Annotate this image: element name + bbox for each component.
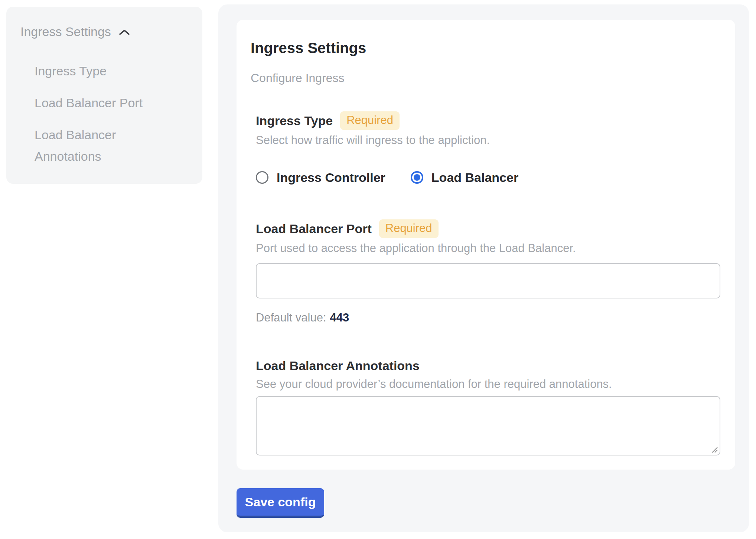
- radio-label-load-balancer[interactable]: Load Balancer: [431, 169, 518, 186]
- default-value: 443: [330, 311, 349, 324]
- sidebar-item-load-balancer-port[interactable]: Load Balancer Port: [35, 92, 157, 114]
- sidebar-items: Ingress Type Load Balancer Port Load Bal…: [20, 60, 188, 167]
- radio-label-ingress-controller[interactable]: Ingress Controller: [277, 169, 385, 186]
- default-value-row: Default value:443: [256, 310, 720, 325]
- load-balancer-annotations-textarea[interactable]: [256, 396, 720, 455]
- radio-button-load-balancer[interactable]: [411, 171, 423, 184]
- load-balancer-annotations-label: Load Balancer Annotations: [256, 357, 420, 374]
- default-value-label: Default value:: [256, 311, 326, 324]
- load-balancer-annotations-description: See your cloud provider’s documentation …: [256, 377, 720, 392]
- radio-button-ingress-controller[interactable]: [256, 171, 268, 184]
- section-ingress-type: Ingress Type Required Select how traffic…: [256, 111, 720, 186]
- main-panel: Ingress Settings Configure Ingress Ingre…: [218, 4, 749, 532]
- settings-sidebar: Ingress Settings Ingress Type Load Balan…: [6, 7, 202, 184]
- save-config-button[interactable]: Save config: [237, 488, 324, 518]
- sidebar-section-ingress-settings[interactable]: Ingress Settings: [20, 23, 188, 40]
- radio-option-ingress-controller[interactable]: Ingress Controller: [256, 169, 385, 186]
- sidebar-section-label: Ingress Settings: [20, 23, 111, 40]
- ingress-type-radio-group: Ingress Controller Load Balancer: [256, 169, 720, 186]
- required-badge: Required: [379, 219, 439, 238]
- radio-option-load-balancer[interactable]: Load Balancer: [411, 169, 518, 186]
- load-balancer-port-description: Port used to access the application thro…: [256, 241, 720, 256]
- required-badge: Required: [340, 111, 400, 130]
- ingress-settings-card: Ingress Settings Configure Ingress Ingre…: [237, 20, 735, 470]
- ingress-type-label: Ingress Type: [256, 112, 333, 129]
- section-load-balancer-annotations: Load Balancer Annotations See your cloud…: [256, 357, 720, 455]
- load-balancer-port-label: Load Balancer Port: [256, 220, 372, 237]
- section-load-balancer-port: Load Balancer Port Required Port used to…: [256, 219, 720, 325]
- chevron-up-icon[interactable]: [118, 29, 130, 36]
- page-title: Ingress Settings: [251, 39, 720, 57]
- sidebar-item-ingress-type[interactable]: Ingress Type: [35, 60, 157, 82]
- load-balancer-port-input[interactable]: [256, 263, 720, 298]
- ingress-type-description: Select how traffic will ingress to the a…: [256, 133, 720, 148]
- page-subtitle: Configure Ingress: [251, 71, 720, 85]
- sidebar-item-load-balancer-annotations[interactable]: Load Balancer Annotations: [35, 124, 157, 167]
